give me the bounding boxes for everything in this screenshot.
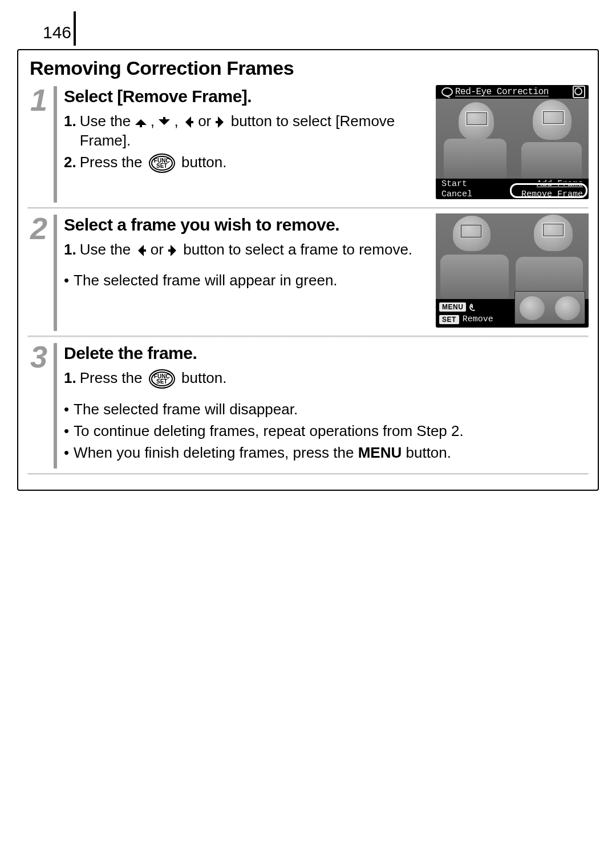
correction-frame bbox=[465, 111, 488, 126]
t: or bbox=[198, 112, 215, 130]
lcd-opt-start: Start bbox=[436, 179, 512, 189]
step-number: 2 bbox=[30, 213, 47, 243]
bullet: • To continue deleting frames, repeat op… bbox=[64, 422, 589, 441]
step-num-col: 1 bbox=[27, 85, 50, 204]
arrow-right-icon bbox=[168, 245, 179, 256]
correction-frame bbox=[542, 110, 565, 125]
correction-frame-selected bbox=[460, 224, 483, 239]
magnify-icon bbox=[573, 86, 585, 98]
lcd-bottom-grid: Start Add Frame Cancel Remove Frame bbox=[436, 179, 589, 199]
step-number: 3 bbox=[30, 342, 47, 371]
step-num-col: 2 bbox=[27, 213, 50, 332]
step-text: Delete the frame. 1. Press the FUNC SET bbox=[64, 342, 589, 465]
lcd-photo bbox=[436, 213, 589, 299]
bullet-dot: • bbox=[64, 422, 69, 441]
lcd-title: Red-Eye Correction bbox=[455, 87, 549, 97]
step-1: 1 Select [Remove Frame]. 1. Use the , , bbox=[27, 85, 589, 204]
ol-text: Use the or button to select a frame to r… bbox=[80, 240, 412, 260]
step-body: Select [Remove Frame]. 1. Use the , , or bbox=[64, 85, 589, 204]
step1-item1: 1. Use the , , or button to select [Remo… bbox=[64, 112, 425, 151]
lcd-set-row: SET Remove bbox=[439, 314, 493, 324]
lcd-zoom-inset bbox=[514, 291, 585, 324]
ol-num: 1. bbox=[64, 369, 76, 389]
step-bar bbox=[54, 343, 57, 469]
ol-text: Press the FUNC SET button. bbox=[80, 153, 227, 173]
t: button. bbox=[406, 444, 452, 461]
lcd-photo bbox=[436, 99, 589, 179]
step-number: 1 bbox=[30, 85, 47, 114]
bullet: • When you finish deleting frames, press… bbox=[64, 443, 589, 463]
step-divider bbox=[27, 336, 589, 337]
bullet-dot: • bbox=[64, 400, 69, 419]
person-illustration bbox=[520, 296, 545, 320]
lcd-screenshot-step2: MENU SET Remove bbox=[436, 213, 589, 328]
arrow-right-icon bbox=[215, 116, 226, 128]
step3-bullets: • The selected frame will disappear. • T… bbox=[64, 400, 589, 462]
step-divider bbox=[27, 473, 589, 475]
lcd-top-bar: Red-Eye Correction bbox=[436, 85, 589, 99]
bullet-text: The selected frame will disappear. bbox=[74, 400, 298, 419]
ol-text: Use the , , or button to select [Remove … bbox=[80, 112, 425, 151]
bullet-dot: • bbox=[64, 271, 69, 290]
step-divider bbox=[27, 207, 589, 209]
bullet-text: When you finish deleting frames, press t… bbox=[74, 443, 451, 463]
section-title: Removing Correction Frames bbox=[30, 57, 589, 79]
bullet-dot: • bbox=[64, 443, 69, 463]
step-text: Select a frame you wish to remove. 1. Us… bbox=[64, 213, 425, 328]
funcset-label: FUNC SET bbox=[154, 374, 170, 384]
step-body: Delete the frame. 1. Press the FUNC SET bbox=[64, 342, 589, 470]
func-set-button-icon: FUNC SET bbox=[149, 154, 175, 173]
ol-num: 2. bbox=[64, 153, 76, 173]
bullet-text: To continue deleting frames, repeat oper… bbox=[74, 422, 464, 441]
person-illustration bbox=[440, 255, 509, 299]
t: SET bbox=[156, 163, 167, 169]
step2-bullets: • The selected frame will appear in gree… bbox=[64, 271, 425, 290]
ol-text: Press the FUNC SET button. bbox=[80, 369, 227, 389]
step3-item1: 1. Press the FUNC SET button. bbox=[64, 369, 589, 389]
step-3: 3 Delete the frame. 1. Press the FUNC SE bbox=[27, 342, 589, 470]
page-number: 146 bbox=[17, 23, 71, 46]
person-illustration bbox=[555, 296, 580, 320]
page-header: 146 bbox=[17, 11, 599, 46]
content-box: Removing Correction Frames 1 Select [Rem… bbox=[17, 49, 599, 491]
lcd-top-left: Red-Eye Correction bbox=[439, 87, 551, 97]
lcd-opt-remove-frame: Remove Frame bbox=[512, 189, 589, 199]
bullet: • The selected frame will appear in gree… bbox=[64, 271, 425, 290]
t: Press the bbox=[80, 154, 147, 171]
ol-num: 1. bbox=[64, 112, 76, 151]
step-bar bbox=[54, 86, 57, 203]
bullet: • The selected frame will disappear. bbox=[64, 400, 589, 419]
t: SET bbox=[156, 378, 167, 385]
arrow-down-icon bbox=[159, 116, 170, 128]
t: Press the bbox=[80, 369, 147, 386]
lcd-screenshot-step1: Red-Eye Correction Start bbox=[436, 85, 589, 199]
step-bar bbox=[54, 215, 57, 331]
arrow-up-icon bbox=[135, 116, 147, 128]
step-body: Select a frame you wish to remove. 1. Us… bbox=[64, 213, 589, 332]
bullet-text: The selected frame will appear in green. bbox=[74, 271, 337, 290]
menu-badge: MENU bbox=[439, 302, 466, 312]
set-badge: SET bbox=[439, 315, 459, 324]
t: , bbox=[151, 112, 159, 130]
correction-frame bbox=[542, 223, 565, 237]
step-2: 2 Select a frame you wish to remove. 1. … bbox=[27, 213, 589, 332]
funcset-label: FUNC SET bbox=[154, 158, 170, 168]
red-eye-icon bbox=[441, 87, 453, 96]
t: Use the bbox=[80, 241, 135, 258]
lcd-opt-cancel: Cancel bbox=[436, 189, 512, 199]
func-set-button-icon: FUNC SET bbox=[149, 369, 175, 389]
menu-strong: MENU bbox=[358, 444, 402, 461]
step2-item1: 1. Use the or button to select a frame t… bbox=[64, 240, 425, 260]
step1-item2: 2. Press the FUNC SET button. bbox=[64, 153, 425, 173]
arrow-left-icon bbox=[183, 116, 194, 128]
ol-num: 1. bbox=[64, 240, 76, 260]
person-illustration bbox=[444, 139, 506, 179]
step-title: Delete the frame. bbox=[64, 342, 589, 364]
step-num-col: 3 bbox=[27, 342, 50, 470]
t: button. bbox=[181, 154, 227, 171]
t: or bbox=[151, 241, 168, 258]
person-illustration bbox=[521, 142, 582, 179]
lcd-menu-row: MENU bbox=[439, 302, 477, 312]
t: When you finish deleting frames, press t… bbox=[74, 444, 358, 461]
step-text: Select [Remove Frame]. 1. Use the , , or bbox=[64, 85, 425, 199]
